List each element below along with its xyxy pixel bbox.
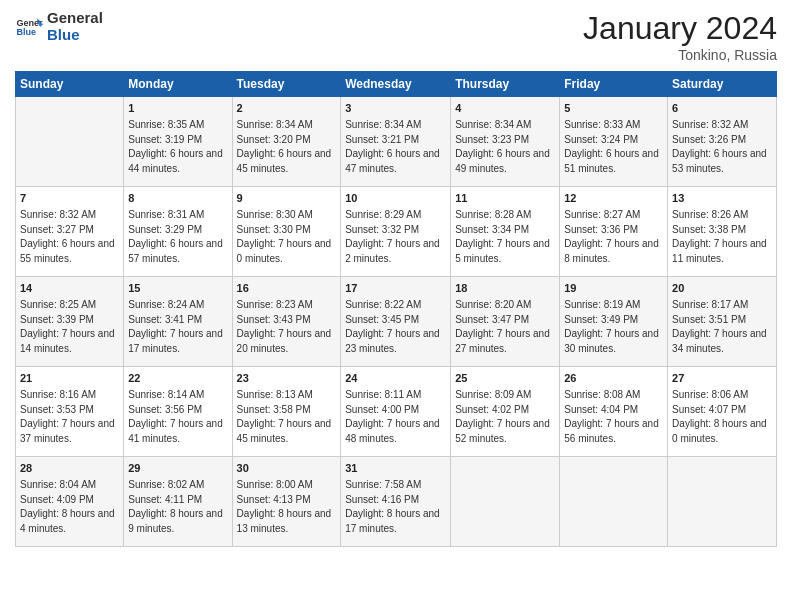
day-detail: Sunrise: 8:33 AM Sunset: 3:24 PM Dayligh…	[564, 118, 663, 176]
day-detail: Sunrise: 8:31 AM Sunset: 3:29 PM Dayligh…	[128, 208, 227, 266]
calendar-cell: 10Sunrise: 8:29 AM Sunset: 3:32 PM Dayli…	[341, 187, 451, 277]
calendar-cell: 25Sunrise: 8:09 AM Sunset: 4:02 PM Dayli…	[451, 367, 560, 457]
day-detail: Sunrise: 8:24 AM Sunset: 3:41 PM Dayligh…	[128, 298, 227, 356]
weekday-header-sunday: Sunday	[16, 72, 124, 97]
calendar-cell	[16, 97, 124, 187]
day-detail: Sunrise: 8:34 AM Sunset: 3:23 PM Dayligh…	[455, 118, 555, 176]
week-row-1: 1Sunrise: 8:35 AM Sunset: 3:19 PM Daylig…	[16, 97, 777, 187]
weekday-header-wednesday: Wednesday	[341, 72, 451, 97]
calendar-cell: 7Sunrise: 8:32 AM Sunset: 3:27 PM Daylig…	[16, 187, 124, 277]
day-detail: Sunrise: 8:19 AM Sunset: 3:49 PM Dayligh…	[564, 298, 663, 356]
day-number: 29	[128, 461, 227, 476]
weekday-header-thursday: Thursday	[451, 72, 560, 97]
day-number: 12	[564, 191, 663, 206]
day-number: 23	[237, 371, 337, 386]
day-detail: Sunrise: 8:14 AM Sunset: 3:56 PM Dayligh…	[128, 388, 227, 446]
week-row-2: 7Sunrise: 8:32 AM Sunset: 3:27 PM Daylig…	[16, 187, 777, 277]
calendar-cell	[451, 457, 560, 547]
day-detail: Sunrise: 8:32 AM Sunset: 3:26 PM Dayligh…	[672, 118, 772, 176]
day-number: 27	[672, 371, 772, 386]
day-number: 20	[672, 281, 772, 296]
calendar-cell: 2Sunrise: 8:34 AM Sunset: 3:20 PM Daylig…	[232, 97, 341, 187]
day-number: 5	[564, 101, 663, 116]
calendar-cell: 26Sunrise: 8:08 AM Sunset: 4:04 PM Dayli…	[560, 367, 668, 457]
day-number: 7	[20, 191, 119, 206]
logo-general: General	[47, 10, 103, 27]
day-detail: Sunrise: 8:02 AM Sunset: 4:11 PM Dayligh…	[128, 478, 227, 536]
day-number: 31	[345, 461, 446, 476]
logo: General Blue General Blue	[15, 10, 103, 43]
week-row-3: 14Sunrise: 8:25 AM Sunset: 3:39 PM Dayli…	[16, 277, 777, 367]
day-detail: Sunrise: 8:17 AM Sunset: 3:51 PM Dayligh…	[672, 298, 772, 356]
day-number: 4	[455, 101, 555, 116]
day-number: 9	[237, 191, 337, 206]
calendar-cell: 6Sunrise: 8:32 AM Sunset: 3:26 PM Daylig…	[668, 97, 777, 187]
day-number: 24	[345, 371, 446, 386]
day-number: 17	[345, 281, 446, 296]
weekday-header-row: SundayMondayTuesdayWednesdayThursdayFrid…	[16, 72, 777, 97]
day-detail: Sunrise: 8:23 AM Sunset: 3:43 PM Dayligh…	[237, 298, 337, 356]
day-number: 14	[20, 281, 119, 296]
day-detail: Sunrise: 8:34 AM Sunset: 3:20 PM Dayligh…	[237, 118, 337, 176]
day-detail: Sunrise: 8:22 AM Sunset: 3:45 PM Dayligh…	[345, 298, 446, 356]
calendar-cell: 15Sunrise: 8:24 AM Sunset: 3:41 PM Dayli…	[124, 277, 232, 367]
calendar-cell: 19Sunrise: 8:19 AM Sunset: 3:49 PM Dayli…	[560, 277, 668, 367]
calendar-cell: 31Sunrise: 7:58 AM Sunset: 4:16 PM Dayli…	[341, 457, 451, 547]
day-detail: Sunrise: 8:09 AM Sunset: 4:02 PM Dayligh…	[455, 388, 555, 446]
calendar-cell: 4Sunrise: 8:34 AM Sunset: 3:23 PM Daylig…	[451, 97, 560, 187]
calendar-cell: 30Sunrise: 8:00 AM Sunset: 4:13 PM Dayli…	[232, 457, 341, 547]
calendar-cell: 16Sunrise: 8:23 AM Sunset: 3:43 PM Dayli…	[232, 277, 341, 367]
day-number: 11	[455, 191, 555, 206]
weekday-header-friday: Friday	[560, 72, 668, 97]
calendar-cell: 1Sunrise: 8:35 AM Sunset: 3:19 PM Daylig…	[124, 97, 232, 187]
day-detail: Sunrise: 8:32 AM Sunset: 3:27 PM Dayligh…	[20, 208, 119, 266]
calendar-cell	[668, 457, 777, 547]
weekday-header-saturday: Saturday	[668, 72, 777, 97]
day-detail: Sunrise: 8:06 AM Sunset: 4:07 PM Dayligh…	[672, 388, 772, 446]
day-number: 2	[237, 101, 337, 116]
logo-icon: General Blue	[15, 13, 43, 41]
calendar-table: SundayMondayTuesdayWednesdayThursdayFrid…	[15, 71, 777, 547]
day-number: 8	[128, 191, 227, 206]
calendar-cell: 14Sunrise: 8:25 AM Sunset: 3:39 PM Dayli…	[16, 277, 124, 367]
svg-text:Blue: Blue	[16, 26, 36, 36]
day-number: 16	[237, 281, 337, 296]
day-number: 3	[345, 101, 446, 116]
day-number: 1	[128, 101, 227, 116]
weekday-header-monday: Monday	[124, 72, 232, 97]
day-number: 18	[455, 281, 555, 296]
title-block: January 2024 Tonkino, Russia	[583, 10, 777, 63]
calendar-cell: 29Sunrise: 8:02 AM Sunset: 4:11 PM Dayli…	[124, 457, 232, 547]
week-row-5: 28Sunrise: 8:04 AM Sunset: 4:09 PM Dayli…	[16, 457, 777, 547]
day-detail: Sunrise: 8:27 AM Sunset: 3:36 PM Dayligh…	[564, 208, 663, 266]
calendar-cell: 12Sunrise: 8:27 AM Sunset: 3:36 PM Dayli…	[560, 187, 668, 277]
day-detail: Sunrise: 8:16 AM Sunset: 3:53 PM Dayligh…	[20, 388, 119, 446]
calendar-cell: 18Sunrise: 8:20 AM Sunset: 3:47 PM Dayli…	[451, 277, 560, 367]
day-number: 13	[672, 191, 772, 206]
day-number: 30	[237, 461, 337, 476]
calendar-cell: 13Sunrise: 8:26 AM Sunset: 3:38 PM Dayli…	[668, 187, 777, 277]
week-row-4: 21Sunrise: 8:16 AM Sunset: 3:53 PM Dayli…	[16, 367, 777, 457]
day-number: 25	[455, 371, 555, 386]
calendar-cell: 22Sunrise: 8:14 AM Sunset: 3:56 PM Dayli…	[124, 367, 232, 457]
day-number: 6	[672, 101, 772, 116]
day-number: 21	[20, 371, 119, 386]
month-title: January 2024	[583, 10, 777, 47]
calendar-cell: 8Sunrise: 8:31 AM Sunset: 3:29 PM Daylig…	[124, 187, 232, 277]
calendar-cell: 27Sunrise: 8:06 AM Sunset: 4:07 PM Dayli…	[668, 367, 777, 457]
calendar-cell: 5Sunrise: 8:33 AM Sunset: 3:24 PM Daylig…	[560, 97, 668, 187]
weekday-header-tuesday: Tuesday	[232, 72, 341, 97]
calendar-cell: 17Sunrise: 8:22 AM Sunset: 3:45 PM Dayli…	[341, 277, 451, 367]
calendar-cell: 20Sunrise: 8:17 AM Sunset: 3:51 PM Dayli…	[668, 277, 777, 367]
calendar-cell: 9Sunrise: 8:30 AM Sunset: 3:30 PM Daylig…	[232, 187, 341, 277]
day-detail: Sunrise: 8:11 AM Sunset: 4:00 PM Dayligh…	[345, 388, 446, 446]
logo-blue: Blue	[47, 27, 103, 44]
calendar-cell: 3Sunrise: 8:34 AM Sunset: 3:21 PM Daylig…	[341, 97, 451, 187]
day-number: 10	[345, 191, 446, 206]
calendar-cell: 11Sunrise: 8:28 AM Sunset: 3:34 PM Dayli…	[451, 187, 560, 277]
day-detail: Sunrise: 8:25 AM Sunset: 3:39 PM Dayligh…	[20, 298, 119, 356]
calendar-cell: 28Sunrise: 8:04 AM Sunset: 4:09 PM Dayli…	[16, 457, 124, 547]
day-detail: Sunrise: 8:29 AM Sunset: 3:32 PM Dayligh…	[345, 208, 446, 266]
day-number: 19	[564, 281, 663, 296]
day-detail: Sunrise: 8:34 AM Sunset: 3:21 PM Dayligh…	[345, 118, 446, 176]
